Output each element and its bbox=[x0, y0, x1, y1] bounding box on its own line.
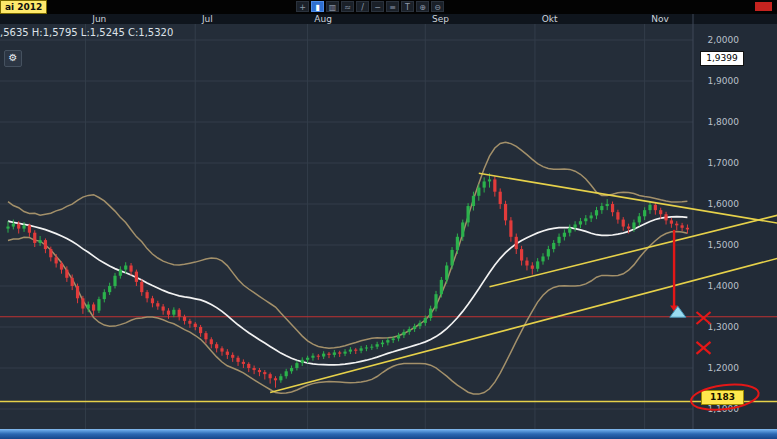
svg-text:Sep: Sep bbox=[432, 14, 449, 24]
bar-chart-tool-icon[interactable]: ▥ bbox=[326, 1, 339, 12]
chart-tools-row: +▮▥≈/−≡T⊕⊖ bbox=[296, 1, 444, 12]
ohlc-readout: ,5635 H:1,5795 L:1,5245 C:1,5320 bbox=[0, 27, 173, 38]
line-chart-tool-icon[interactable]: ≈ bbox=[341, 1, 354, 12]
svg-text:1,1000: 1,1000 bbox=[708, 404, 740, 414]
zoom-in-tool-icon[interactable]: ⊕ bbox=[416, 1, 429, 12]
svg-text:1,2000: 1,2000 bbox=[708, 363, 740, 373]
last-price-marker: 1,9399 bbox=[700, 51, 744, 66]
price-chart-canvas[interactable]: JunJulAugSepOktNov2,00001,90001,80001,70… bbox=[0, 0, 777, 439]
taskbar[interactable] bbox=[0, 429, 777, 439]
svg-text:Jul: Jul bbox=[201, 14, 213, 24]
candlestick-chart-tool-icon[interactable]: ▮ bbox=[311, 1, 324, 12]
crosshair-tool-icon[interactable]: + bbox=[296, 1, 309, 12]
svg-text:1,8000: 1,8000 bbox=[708, 117, 740, 127]
svg-text:1,5000: 1,5000 bbox=[708, 240, 740, 250]
text-annotation-tool-icon[interactable]: T bbox=[401, 1, 414, 12]
svg-text:Aug: Aug bbox=[314, 14, 332, 24]
svg-text:Nov: Nov bbox=[651, 14, 669, 24]
trading-platform-window: JunJulAugSepOktNov2,00001,90001,80001,70… bbox=[0, 0, 777, 439]
horizontal-line-tool-icon[interactable]: − bbox=[371, 1, 384, 12]
svg-text:1,7000: 1,7000 bbox=[708, 158, 740, 168]
svg-text:1,3000: 1,3000 bbox=[708, 322, 740, 332]
svg-text:2,0000: 2,0000 bbox=[708, 35, 740, 45]
fibonacci-retracement-tool-icon[interactable]: ≡ bbox=[386, 1, 399, 12]
date-tooltip: ai 2012 bbox=[0, 0, 47, 14]
svg-text:Okt: Okt bbox=[542, 14, 558, 24]
svg-text:Jun: Jun bbox=[91, 14, 106, 24]
trendline-tool-icon[interactable]: / bbox=[356, 1, 369, 12]
svg-text:1,9000: 1,9000 bbox=[708, 76, 740, 86]
settings-gear-button[interactable]: ⚙ bbox=[4, 50, 22, 67]
svg-text:1,6000: 1,6000 bbox=[708, 199, 740, 209]
topbar-red-badge[interactable] bbox=[755, 2, 772, 11]
zoom-out-tool-icon[interactable]: ⊖ bbox=[431, 1, 444, 12]
svg-text:1,4000: 1,4000 bbox=[708, 281, 740, 291]
chart-background bbox=[0, 14, 777, 429]
support-price-tag: 1183 bbox=[701, 390, 744, 405]
